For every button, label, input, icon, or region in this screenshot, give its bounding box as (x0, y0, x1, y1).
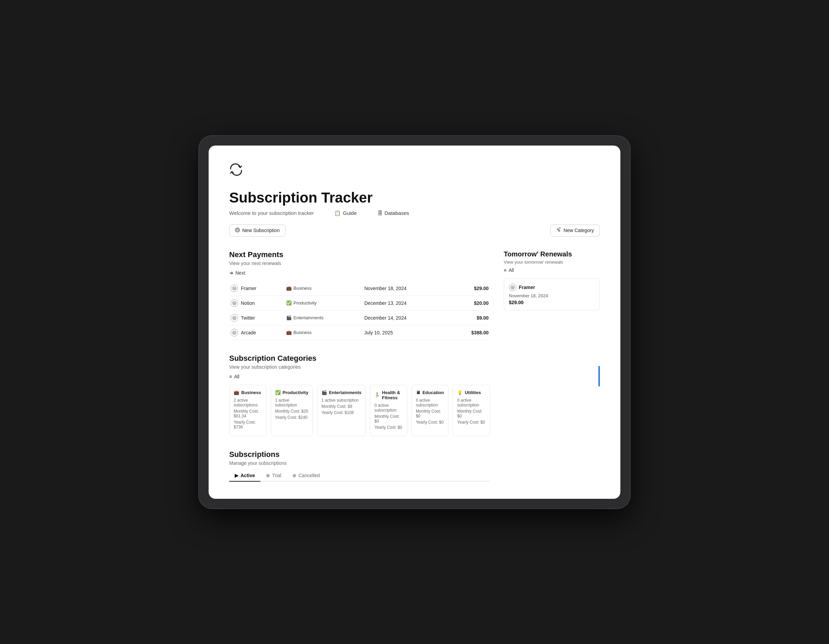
svg-point-15 (511, 286, 514, 289)
new-category-button[interactable]: New Category (550, 224, 600, 237)
tab-trial[interactable]: ⊕ Trial (260, 470, 287, 481)
tomorrow-renewals-title: Tomorrow' Renewals (504, 250, 600, 258)
category-card-utilities[interactable]: 💡 Utilities 0 active subscription Monthl… (452, 385, 490, 436)
category-card-name: Health & Fitness (382, 390, 403, 400)
screen: Subscription Tracker Welcome to your sub… (209, 145, 620, 499)
category-name: Entertainments (293, 315, 323, 320)
category-card-entertainments[interactable]: 🎬 Entertainments 1 active subscription M… (317, 385, 366, 436)
top-bar: Welcome to your subscription tracker 📋 G… (229, 210, 600, 216)
checkmark-icon: ✅ (286, 300, 292, 306)
monthly-cost-stat: Monthly Cost: $61.34 (234, 409, 262, 418)
briefcase-icon: 💼 (286, 286, 292, 291)
play-icon: ▶ (235, 473, 238, 478)
svg-point-0 (235, 228, 240, 232)
page-title: Subscription Tracker (229, 189, 600, 206)
monthly-cost-stat: Monthly Cost: $0 (416, 409, 444, 418)
renewal-name: Framer (519, 284, 535, 290)
table-row: Notion ✅ Productivity December 13, 2 (229, 295, 490, 310)
next-payments-subtitle: View your next renewals (229, 260, 490, 266)
payment-price: $9.00 (451, 310, 490, 325)
databases-link[interactable]: 🗄 Databases (377, 210, 409, 216)
plus-circle-icon: ⊕ (266, 473, 270, 478)
table-row: Arcade 💼 Business July 10, 2025 (229, 325, 490, 340)
payment-date: December 13, 2024 (363, 295, 451, 310)
table-row: Twitter 🎬 Entertainments December 1 (229, 310, 490, 325)
subscription-name: Arcade (241, 330, 256, 335)
category-name: Business (293, 286, 312, 291)
active-subs-stat: 0 active subscription (416, 398, 444, 407)
tab-active[interactable]: ▶ Active (229, 470, 260, 481)
briefcase-icon: 💼 (286, 330, 292, 335)
svg-point-12 (234, 317, 235, 319)
categories-subtitle: View your subscription categories (229, 364, 490, 370)
active-subs-stat: 0 active subscription (374, 403, 403, 413)
category-card-health[interactable]: 🏃 Health & Fitness 0 active subscription… (370, 385, 407, 436)
svg-point-16 (512, 287, 513, 288)
tomorrow-renewals-subtitle: View your tomorrow' renewals (504, 259, 600, 265)
renewal-card: Framer November 18, 2024 $29.00 (504, 278, 600, 310)
main-right: Tomorrow' Renewals View your tomorrow' r… (504, 250, 600, 481)
guide-link[interactable]: 📋 Guide (334, 210, 356, 216)
next-payments-title: Next Payments (229, 250, 490, 259)
active-subs-stat: 1 active subscription (322, 398, 362, 402)
svg-point-7 (233, 287, 236, 290)
tomorrow-filter[interactable]: ≡ All (504, 267, 600, 273)
categories-grid: 💼 Business 2 active subscriptions Monthl… (229, 385, 490, 436)
next-payments-filter[interactable]: ➜ Next (229, 270, 490, 276)
active-subs-stat: 2 active subscriptions (234, 398, 262, 407)
framer-icon (230, 284, 238, 292)
svg-point-8 (234, 288, 235, 289)
category-card-name: Education (422, 390, 444, 395)
utilities-icon: 💡 (457, 390, 463, 395)
subscription-name: Twitter (241, 315, 255, 320)
guide-icon: 📋 (334, 210, 341, 216)
category-card-education[interactable]: 🖥 Education 0 active subscription Monthl… (411, 385, 449, 436)
monthly-cost-stat: Monthly Cost: $9 (322, 404, 362, 409)
category-card-name: Productivity (283, 390, 309, 395)
monthly-cost-stat: Monthly Cost: $0 (457, 409, 485, 418)
scrollbar[interactable] (599, 366, 600, 387)
notion-icon (230, 299, 238, 307)
framer-renewal-icon (509, 284, 516, 291)
app-subtitle: Welcome to your subscription tracker (229, 210, 314, 216)
svg-point-14 (234, 332, 235, 333)
x-circle-icon: ⊗ (292, 473, 296, 478)
categories-section: Subscription Categories View your subscr… (229, 354, 490, 436)
svg-point-10 (234, 302, 235, 304)
subscriptions-title: Subscriptions (229, 450, 490, 459)
new-subscription-icon (235, 227, 240, 234)
subscription-name: Framer (241, 286, 256, 291)
main-left: Next Payments View your next renewals ➜ … (229, 250, 490, 481)
svg-point-11 (233, 316, 236, 320)
yearly-cost-stat: Yearly Cost: $0 (416, 420, 444, 425)
renewal-date: November 18, 2024 (509, 293, 595, 298)
app-icon (229, 163, 600, 179)
payment-date: November 18, 2024 (363, 281, 451, 296)
subscription-name: Notion (241, 300, 255, 306)
twitter-icon (230, 314, 238, 322)
new-category-icon (556, 227, 561, 234)
subscriptions-section: Subscriptions Manage your subscriptions … (229, 450, 490, 481)
tab-cancelled[interactable]: ⊗ Cancelled (287, 470, 325, 481)
yearly-cost-stat: Yearly Cost: $240 (275, 415, 309, 420)
payment-price: $20.00 (451, 295, 490, 310)
briefcase-icon: 💼 (234, 390, 239, 395)
active-subs-stat: 0 active subscription (457, 398, 485, 407)
fitness-icon: 🏃 (374, 392, 380, 398)
svg-point-3 (557, 229, 559, 230)
category-card-name: Business (241, 390, 261, 395)
education-icon: 🖥 (416, 390, 420, 395)
yearly-cost-stat: Yearly Cost: $0 (374, 425, 403, 430)
list-icon: ≡ (229, 374, 232, 379)
category-card-name: Utilities (465, 390, 481, 395)
categories-filter[interactable]: ≡ All (229, 374, 490, 379)
monthly-cost-stat: Monthly Cost: $0 (374, 414, 403, 424)
svg-point-9 (233, 301, 236, 305)
category-card-productivity[interactable]: ✅ Productivity 1 active subscription Mon… (271, 385, 313, 436)
new-subscription-button[interactable]: New Subscription (229, 224, 285, 237)
main-layout: Next Payments View your next renewals ➜ … (229, 250, 600, 481)
payment-date: July 10, 2025 (363, 325, 451, 340)
category-name: Productivity (293, 300, 316, 306)
film-icon: 🎬 (322, 390, 327, 395)
category-card-business[interactable]: 💼 Business 2 active subscriptions Monthl… (229, 385, 266, 436)
